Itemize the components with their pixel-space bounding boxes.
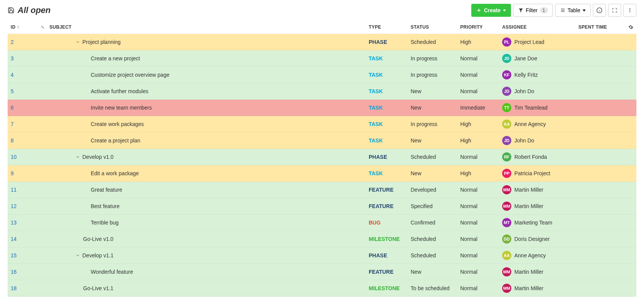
table-row[interactable]: 3Create a new projectTASKIn progressNorm…	[8, 50, 636, 67]
create-work-package-link[interactable]: Create new work package	[0, 297, 644, 302]
filter-label: Filter	[526, 7, 538, 13]
avatar: DD	[502, 234, 511, 244]
work-package-id-link[interactable]: 9	[11, 170, 14, 176]
assignee-name: Jane Doe	[514, 55, 537, 61]
table-row[interactable]: 2Project planningPHASEScheduledHighPLPro…	[8, 34, 636, 50]
table-row[interactable]: 16Wonderful featureFEATURENewNormalMMMar…	[8, 264, 636, 280]
work-package-table: ID↑ SUBJECT TYPE STATUS PRIORITY ASSIGNE…	[8, 21, 636, 297]
expand-toggle[interactable]	[75, 40, 80, 44]
assignee[interactable]: DDDoris Designer	[502, 234, 572, 244]
work-package-type: MILESTONE	[366, 280, 408, 297]
spent-time-cell	[575, 50, 625, 67]
assignee[interactable]: JDJane Doe	[502, 54, 572, 63]
table-row[interactable]: 9Edit a work packageTASKNewHighPPPatrici…	[8, 165, 636, 182]
work-package-priority: Normal	[457, 83, 499, 100]
work-package-id-link[interactable]: 5	[11, 88, 14, 94]
work-package-id-link[interactable]: 6	[11, 105, 14, 111]
assignee[interactable]: MMMartin Miller	[502, 267, 572, 276]
column-config-button[interactable]	[625, 21, 636, 34]
info-button[interactable]	[593, 4, 606, 17]
work-package-subject[interactable]: Develop v1.1	[82, 252, 114, 258]
work-package-subject[interactable]: Edit a work package	[91, 170, 139, 176]
filter-icon	[518, 8, 524, 13]
work-package-subject[interactable]: Invite new team members	[91, 105, 152, 111]
table-row[interactable]: 12Best featureFEATURESpecifiedNormalMMMa…	[8, 198, 636, 215]
svg-point-10	[630, 11, 630, 12]
column-header-priority[interactable]: PRIORITY	[457, 21, 499, 34]
assignee[interactable]: PLProject Lead	[502, 37, 572, 47]
work-package-subject[interactable]: Activate further modules	[91, 88, 148, 94]
assignee[interactable]: AAAnne Agency	[502, 120, 572, 129]
column-header-type[interactable]: TYPE	[366, 21, 408, 34]
assignee[interactable]: KFKelly Fritz	[502, 70, 572, 79]
work-package-subject[interactable]: Create a new project	[91, 55, 140, 61]
work-package-subject[interactable]: Best feature	[91, 203, 120, 209]
table-row[interactable]: 8Create a project planTASKNewHighJDJohn …	[8, 132, 636, 149]
work-package-status: Scheduled	[408, 247, 457, 264]
work-package-id-link[interactable]: 12	[11, 203, 17, 209]
filter-button[interactable]: Filter 1	[513, 4, 553, 17]
work-package-status: Confirmed	[408, 215, 457, 231]
work-package-priority: Normal	[457, 264, 499, 280]
assignee[interactable]: MMMartin Miller	[502, 185, 572, 194]
assignee[interactable]: TTTim Teamlead	[502, 103, 572, 112]
table-row[interactable]: 5Activate further modulesTASKNewNormalJD…	[8, 83, 636, 100]
assignee[interactable]: MMMartin Miller	[502, 284, 572, 293]
fullscreen-button[interactable]	[608, 4, 621, 17]
assignee[interactable]: RFRobert Fonda	[502, 152, 572, 161]
gear-icon	[628, 24, 633, 30]
column-header-id[interactable]: ID↑	[8, 21, 38, 34]
column-header-spent-time[interactable]: SPENT TIME	[575, 21, 625, 34]
expand-toggle[interactable]	[75, 253, 80, 258]
assignee[interactable]: JDJohn Do	[502, 136, 572, 145]
work-package-id-link[interactable]: 16	[11, 269, 17, 275]
create-button[interactable]: Create	[471, 4, 511, 17]
table-row[interactable]: 10Develop v1.0PHASEScheduledNormalRFRobe…	[8, 149, 636, 165]
work-package-id-link[interactable]: 4	[11, 72, 14, 78]
assignee[interactable]: MTMarketing Team	[502, 218, 572, 227]
column-header-subject[interactable]: SUBJECT	[38, 21, 366, 34]
column-header-assignee[interactable]: ASSIGNEE	[499, 21, 575, 34]
work-package-id-link[interactable]: 8	[11, 137, 14, 144]
work-package-id-link[interactable]: 11	[11, 187, 17, 193]
work-package-subject[interactable]: Customize project overview page	[91, 72, 169, 78]
work-package-subject[interactable]: Create a project plan	[91, 137, 140, 144]
work-package-subject[interactable]: Terrible bug	[91, 220, 119, 226]
column-header-status[interactable]: STATUS	[408, 21, 457, 34]
more-menu-button[interactable]	[623, 4, 636, 17]
work-package-id-link[interactable]: 2	[11, 39, 14, 45]
work-package-subject[interactable]: Wonderful feature	[91, 269, 133, 275]
view-title[interactable]: All open	[8, 5, 51, 15]
work-package-subject[interactable]: Go-Live v1.1	[83, 285, 113, 291]
assignee[interactable]: PPPatricia Project	[502, 169, 572, 178]
work-package-status: To be scheduled	[408, 280, 457, 297]
work-package-id-link[interactable]: 15	[11, 252, 17, 258]
work-package-id-link[interactable]: 13	[11, 220, 17, 226]
table-row[interactable]: 13Terrible bugBUGConfirmedNormalMTMarket…	[8, 215, 636, 231]
work-package-subject[interactable]: Develop v1.0	[82, 154, 114, 160]
work-package-id-link[interactable]: 3	[11, 55, 14, 61]
work-package-id-link[interactable]: 7	[11, 121, 14, 127]
table-row[interactable]: 4Customize project overview pageTASKIn p…	[8, 67, 636, 83]
expand-toggle[interactable]	[75, 155, 80, 159]
work-package-subject[interactable]: Go-Live v1.0	[83, 236, 113, 242]
work-package-type: FEATURE	[366, 182, 408, 198]
assignee[interactable]: JDJohn Do	[502, 87, 572, 96]
work-package-id-link[interactable]: 14	[11, 236, 17, 242]
work-package-subject[interactable]: Create work packages	[91, 121, 144, 127]
table-row[interactable]: 6Invite new team membersTASKNewImmediate…	[8, 100, 636, 116]
table-row[interactable]: 7Create work packagesTASKIn progressHigh…	[8, 116, 636, 132]
assignee[interactable]: MMMartin Miller	[502, 202, 572, 211]
assignee-name: Robert Fonda	[514, 154, 547, 160]
table-row[interactable]: 11Great featureFEATUREDevelopedNormalMMM…	[8, 182, 636, 198]
table-row[interactable]: 18Go-Live v1.1MILESTONETo be scheduledNo…	[8, 280, 636, 297]
work-package-subject[interactable]: Great feature	[91, 187, 122, 193]
view-mode-button[interactable]: Table	[555, 4, 591, 17]
work-package-subject[interactable]: Project planning	[82, 39, 120, 45]
avatar: AA	[502, 120, 511, 129]
work-package-id-link[interactable]: 10	[11, 154, 17, 160]
work-package-id-link[interactable]: 18	[11, 285, 17, 291]
table-row[interactable]: 15Develop v1.1PHASEScheduledNormalAAAnne…	[8, 247, 636, 264]
assignee[interactable]: AAAnne Agency	[502, 251, 572, 260]
table-row[interactable]: 14Go-Live v1.0MILESTONEScheduledNormalDD…	[8, 231, 636, 247]
